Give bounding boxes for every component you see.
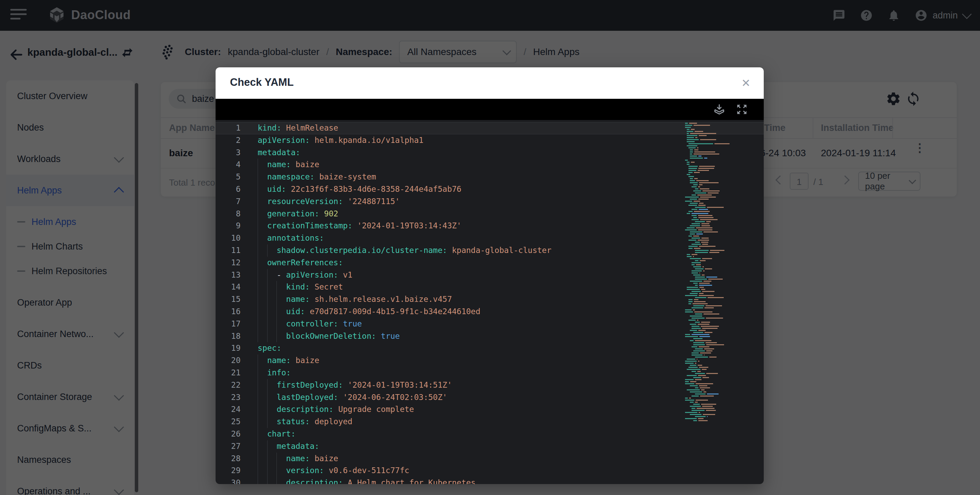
indent-guide: [258, 416, 267, 428]
indent-guide: [267, 453, 277, 465]
yaml-line-12: 12ownerReferences:: [216, 257, 764, 269]
yaml-line-8: 8generation: 902: [216, 208, 764, 220]
yaml-line-18: 18blockOwnerDeletion: true: [216, 330, 764, 343]
line-number: 29: [216, 465, 240, 477]
yaml-line-28: 28name: baize: [216, 453, 764, 465]
yaml-line-24: 24description: Upgrade complete: [216, 403, 764, 416]
check-yaml-modal: Check YAML ✕ 1kind: HelmRelease2apiVersi…: [216, 67, 764, 484]
yaml-line-4: 4name: baize: [216, 159, 764, 171]
indent-guide: [258, 306, 267, 318]
yaml-line-17: 17controller: true: [216, 318, 764, 330]
yaml-line-30: 30description: A Helm chart for Kubernet…: [216, 477, 764, 484]
indent-guide: [258, 477, 267, 484]
indent-guide: [258, 379, 267, 392]
line-number: 1: [216, 122, 240, 134]
indent-guide: [258, 183, 267, 195]
yaml-line-2: 2apiVersion: helm.kpanda.io/v1alpha1: [216, 134, 764, 147]
yaml-line-25: 25status: deployed: [216, 416, 764, 428]
yaml-line-11: 11shadow.clusterpedia.io/cluster-name: k…: [216, 244, 764, 257]
indent-guide: [258, 403, 267, 416]
yaml-line-27: 27metadata:: [216, 440, 764, 453]
close-icon[interactable]: ✕: [738, 76, 754, 90]
fullscreen-icon[interactable]: [736, 103, 748, 116]
indent-guide: [267, 465, 277, 477]
yaml-line-10: 10annotations:: [216, 232, 764, 244]
indent-guide: [258, 208, 267, 220]
indent-guide: [267, 477, 277, 484]
line-number: 10: [216, 232, 240, 244]
line-number: 28: [216, 453, 240, 465]
yaml-line-23: 23lastDeployed: '2024-06-24T02:03:50Z': [216, 392, 764, 404]
line-number: 3: [216, 147, 240, 159]
yaml-line-19: 19spec:: [216, 342, 764, 354]
line-number: 14: [216, 281, 240, 293]
yaml-line-16: 16uid: e70d7817-009d-4b15-9f1c-b34e24461…: [216, 306, 764, 318]
indent-guide: [258, 428, 267, 440]
app-root: DaoCloud admin kpanda-global-cl... Clus: [0, 0, 980, 495]
indent-guide: [277, 281, 286, 293]
line-number: 2: [216, 134, 240, 147]
indent-guide: [277, 477, 286, 484]
indent-guide: [267, 306, 277, 318]
line-number: 26: [216, 428, 240, 440]
indent-guide: [258, 367, 267, 379]
indent-guide: [277, 453, 286, 465]
line-number: 18: [216, 330, 240, 343]
editor-toolbar: [216, 99, 764, 120]
line-number: 15: [216, 293, 240, 306]
line-number: 8: [216, 208, 240, 220]
indent-guide: [267, 440, 277, 453]
line-number: 25: [216, 416, 240, 428]
modal-header: Check YAML ✕: [216, 67, 764, 99]
download-yaml-icon[interactable]: [713, 103, 725, 116]
indent-guide: [258, 392, 267, 404]
line-number: 12: [216, 257, 240, 269]
indent-guide: [258, 257, 267, 269]
minimap[interactable]: [685, 123, 760, 422]
indent-guide: [258, 159, 267, 171]
indent-guide: [277, 318, 286, 330]
indent-guide: [267, 293, 277, 306]
indent-guide: [267, 244, 277, 257]
yaml-line-1: 1kind: HelmRelease: [216, 122, 764, 134]
indent-guide: [258, 281, 267, 293]
indent-guide: [258, 453, 267, 465]
yaml-editor[interactable]: 1kind: HelmRelease2apiVersion: helm.kpan…: [216, 120, 764, 484]
yaml-line-29: 29version: v0.6-dev-511c77fc: [216, 465, 764, 477]
indent-guide: [267, 416, 277, 428]
line-number: 21: [216, 367, 240, 379]
line-number: 17: [216, 318, 240, 330]
line-number: 24: [216, 403, 240, 416]
indent-guide: [258, 318, 267, 330]
indent-guide: [258, 330, 267, 343]
indent-guide: [258, 293, 267, 306]
line-number: 30: [216, 477, 240, 484]
yaml-line-21: 21info:: [216, 367, 764, 379]
yaml-code-lines: 1kind: HelmRelease2apiVersion: helm.kpan…: [216, 122, 764, 484]
indent-guide: [267, 403, 277, 416]
yaml-line-5: 5namespace: baize-system: [216, 171, 764, 183]
line-number: 20: [216, 354, 240, 367]
yaml-line-3: 3metadata:: [216, 147, 764, 159]
indent-guide: [267, 392, 277, 404]
indent-guide: [258, 440, 267, 453]
yaml-line-14: 14kind: Secret: [216, 281, 764, 293]
line-number: 11: [216, 244, 240, 257]
indent-guide: [267, 281, 277, 293]
line-number: 27: [216, 440, 240, 453]
indent-guide: [258, 269, 267, 281]
indent-guide: [277, 306, 286, 318]
line-number: 7: [216, 195, 240, 208]
line-number: 22: [216, 379, 240, 392]
yaml-line-22: 22firstDeployed: '2024-01-19T03:14:51Z': [216, 379, 764, 392]
yaml-line-13: 13- apiVersion: v1: [216, 269, 764, 281]
yaml-line-9: 9creationTimestamp: '2024-01-19T03:14:43…: [216, 220, 764, 232]
indent-guide: [258, 171, 267, 183]
yaml-line-15: 15name: sh.helm.release.v1.baize.v457: [216, 293, 764, 306]
line-number: 13: [216, 269, 240, 281]
yaml-line-20: 20name: baize: [216, 354, 764, 367]
modal-title: Check YAML: [230, 76, 294, 89]
line-number: 6: [216, 183, 240, 195]
indent-guide: [277, 465, 286, 477]
indent-guide: [267, 269, 277, 281]
